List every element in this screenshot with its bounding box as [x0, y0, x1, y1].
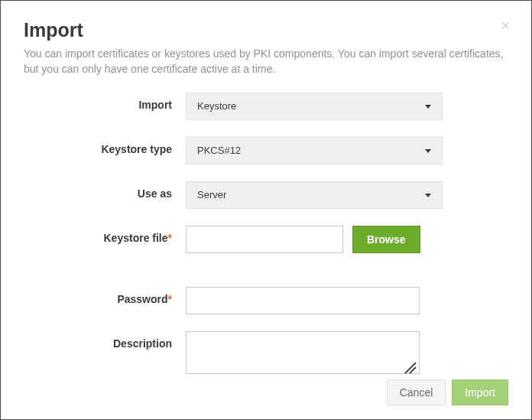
- dialog-footer: Cancel Import: [387, 379, 508, 405]
- password-input[interactable]: [186, 287, 420, 314]
- chevron-down-icon: [425, 105, 431, 109]
- required-mark: *: [168, 232, 172, 244]
- use-as-select[interactable]: Server: [186, 181, 443, 209]
- password-label-text: Password: [117, 293, 167, 305]
- use-as-select-value: Server: [197, 189, 226, 200]
- required-mark: *: [168, 293, 172, 305]
- close-icon[interactable]: ×: [501, 18, 510, 33]
- chevron-down-icon: [425, 149, 431, 153]
- description-label: Description: [24, 331, 186, 350]
- keystore-type-select-value: PKCS#12: [197, 145, 241, 156]
- keystore-file-label: Keystore file*: [24, 226, 186, 244]
- chevron-down-icon: [425, 194, 431, 197]
- cancel-button[interactable]: Cancel: [387, 379, 446, 405]
- keystore-file-input[interactable]: [186, 226, 343, 253]
- browse-button[interactable]: Browse: [352, 226, 420, 253]
- keystore-type-select[interactable]: PKCS#12: [186, 137, 443, 164]
- keystore-type-label: Keystore type: [24, 137, 186, 155]
- description-textarea[interactable]: [186, 331, 420, 374]
- import-select[interactable]: Keystore: [186, 93, 443, 120]
- keystore-file-label-text: Keystore file: [104, 232, 168, 244]
- import-label: Import: [24, 93, 186, 111]
- import-select-value: Keystore: [197, 100, 236, 112]
- dialog-title: Import: [24, 19, 508, 41]
- password-label: Password*: [24, 287, 186, 305]
- import-button[interactable]: Import: [452, 379, 508, 405]
- use-as-label: Use as: [24, 181, 186, 200]
- dialog-description: You can import certificates or keystores…: [24, 46, 508, 77]
